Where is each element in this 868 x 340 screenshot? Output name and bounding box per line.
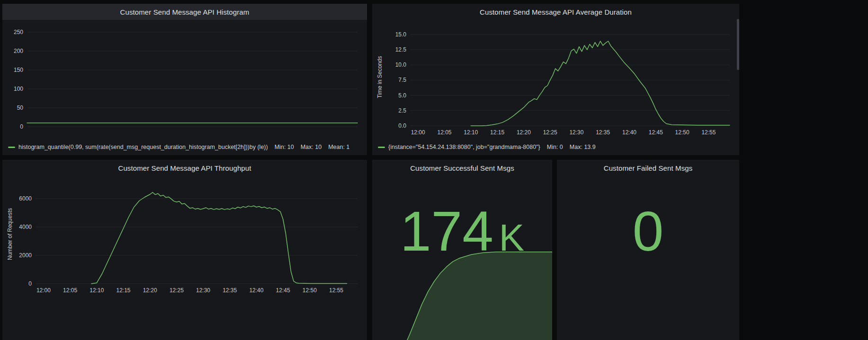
svg-text:12:30: 12:30 [569, 129, 583, 136]
svg-text:12:35: 12:35 [223, 287, 237, 294]
svg-text:12:15: 12:15 [490, 129, 504, 136]
svg-text:10.0: 10.0 [395, 61, 407, 68]
svg-text:12:25: 12:25 [170, 287, 184, 294]
panel-histogram: Customer Send Message API Histogram 0501… [2, 4, 367, 155]
svg-text:15.0: 15.0 [395, 31, 407, 38]
svg-text:0.0: 0.0 [398, 122, 406, 129]
panel-histogram-header[interactable]: Customer Send Message API Histogram [2, 4, 367, 20]
panel-avg-duration-title[interactable]: Customer Send Message API Average Durati… [480, 8, 632, 16]
panel-successful-msgs-header[interactable]: Customer Successful Sent Msgs [372, 160, 552, 176]
svg-text:4000: 4000 [19, 224, 32, 230]
svg-text:12:15: 12:15 [116, 287, 130, 294]
legend-mean: Mean: 1 [328, 144, 349, 150]
svg-text:0: 0 [20, 123, 23, 130]
panel-throughput-header[interactable]: Customer Send Message API Throughput [2, 160, 367, 176]
svg-text:12:50: 12:50 [303, 287, 317, 294]
throughput-chart[interactable]: 020004000600012:0012:0512:1012:1512:2012… [5, 178, 364, 297]
svg-text:Number of Requests: Number of Requests [7, 208, 13, 260]
legend-max: Max: 10 [301, 144, 322, 150]
svg-text:12:40: 12:40 [622, 129, 636, 136]
svg-text:12:35: 12:35 [596, 129, 610, 136]
panel-successful-msgs-title[interactable]: Customer Successful Sent Msgs [410, 164, 514, 172]
svg-text:100: 100 [14, 86, 23, 92]
svg-text:250: 250 [14, 29, 23, 35]
svg-text:12:25: 12:25 [543, 129, 557, 136]
scrollbar-thumb[interactable] [737, 19, 739, 70]
svg-text:7.5: 7.5 [398, 77, 406, 83]
svg-text:12.5: 12.5 [395, 46, 407, 53]
histogram-svg: 050100150200250 [5, 22, 364, 139]
panel-avg-duration: Customer Send Message API Average Durati… [372, 4, 739, 155]
svg-text:12:20: 12:20 [517, 129, 531, 136]
svg-text:200: 200 [14, 48, 23, 54]
stat-suffix: K [499, 217, 524, 259]
svg-text:12:00: 12:00 [36, 287, 51, 294]
stat-number: 174 [400, 200, 493, 262]
panel-throughput-title[interactable]: Customer Send Message API Throughput [118, 164, 251, 172]
successful-msgs-value: 174K [372, 203, 552, 259]
histogram-chart[interactable]: 050100150200250 [5, 22, 364, 139]
stat-number: 0 [633, 200, 664, 262]
svg-text:12:10: 12:10 [89, 287, 104, 294]
svg-text:6000: 6000 [19, 195, 32, 202]
failed-msgs-value: 0 [557, 203, 739, 259]
avg_duration-svg: 0.02.55.07.510.012.515.012:0012:0512:101… [375, 22, 736, 139]
svg-text:12:55: 12:55 [701, 129, 716, 136]
svg-text:0: 0 [28, 280, 32, 287]
legend-max: Max: 13.9 [570, 144, 596, 150]
series-swatch-icon [378, 147, 385, 148]
panel-failed-msgs-header[interactable]: Customer Failed Sent Msgs [557, 160, 739, 176]
svg-text:2000: 2000 [19, 252, 32, 259]
panel-throughput: Customer Send Message API Throughput 020… [2, 160, 367, 340]
svg-text:12:45: 12:45 [276, 287, 290, 294]
panel-histogram-title[interactable]: Customer Send Message API Histogram [120, 8, 250, 16]
svg-text:12:50: 12:50 [675, 129, 689, 136]
svg-text:12:55: 12:55 [329, 287, 343, 294]
series-swatch-icon [8, 147, 15, 148]
legend-min: Min: 0 [547, 144, 563, 150]
svg-text:12:00: 12:00 [411, 129, 425, 136]
svg-text:12:30: 12:30 [196, 287, 210, 294]
series-name[interactable]: {instance="54.154.24.138:8080", job="gra… [388, 144, 540, 150]
panel-successful-msgs: Customer Successful Sent Msgs 174K [372, 160, 552, 340]
svg-text:5.0: 5.0 [398, 92, 406, 99]
legend-min: Min: 10 [275, 144, 294, 150]
panel-failed-msgs: Customer Failed Sent Msgs 0 [557, 160, 739, 340]
avg-duration-chart[interactable]: 0.02.55.07.510.012.515.012:0012:0512:101… [375, 22, 736, 139]
svg-text:50: 50 [17, 105, 24, 111]
panel-avg-duration-header[interactable]: Customer Send Message API Average Durati… [372, 4, 739, 20]
svg-text:Time in Seconds: Time in Seconds [376, 56, 383, 98]
panel-failed-msgs-title[interactable]: Customer Failed Sent Msgs [604, 164, 693, 172]
svg-text:12:40: 12:40 [249, 287, 263, 294]
throughput-svg: 020004000600012:0012:0512:1012:1512:2012… [5, 178, 364, 297]
svg-text:150: 150 [14, 67, 23, 73]
series-name[interactable]: histogram_quantile(0.99, sum(rate(send_m… [18, 144, 268, 150]
svg-text:12:20: 12:20 [143, 287, 157, 294]
avg-duration-legend: {instance="54.154.24.138:8080", job="gra… [378, 141, 737, 153]
svg-text:12:05: 12:05 [63, 287, 77, 294]
grafana-dashboard: Customer Send Message API Histogram 0501… [0, 0, 868, 340]
svg-text:12:10: 12:10 [464, 129, 478, 136]
svg-text:2.5: 2.5 [398, 107, 406, 114]
svg-text:12:45: 12:45 [649, 129, 663, 136]
histogram-legend: histogram_quantile(0.99, sum(rate(send_m… [8, 141, 365, 153]
svg-text:12:05: 12:05 [437, 129, 451, 136]
